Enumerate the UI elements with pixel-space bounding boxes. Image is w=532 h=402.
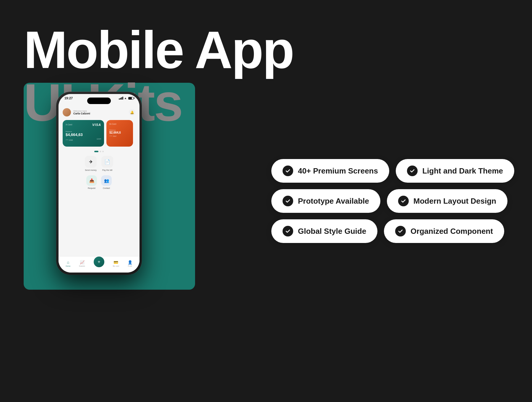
features-row-1: 40+ Premium Screens Light and Dark Theme	[271, 159, 514, 183]
statistic-icon: 📈	[80, 260, 85, 265]
check-icon-3	[283, 196, 293, 206]
pay-bill-icon: 📄	[101, 156, 113, 168]
feature-pill-prototype: Prototype Available	[271, 189, 380, 213]
nav-statistic[interactable]: 📈 Statistic	[79, 260, 85, 267]
nav-home[interactable]: ⌂ Home	[66, 260, 70, 267]
nav-center-button[interactable]: +	[94, 257, 104, 267]
profit-icon: 👤	[128, 260, 132, 265]
contact-request[interactable]: 📥 Request	[86, 175, 97, 189]
home-label: Home	[66, 265, 70, 267]
user-info: Welcome back Carla Calzoni	[63, 108, 90, 116]
bottom-nav: ⌂ Home 📈 Statistic + 💳 My card 👤 Prof	[59, 256, 140, 273]
user-name: Carla Calzoni	[73, 112, 90, 115]
card2-label: M-Card	[109, 123, 130, 125]
mycard-label: My card	[113, 265, 119, 267]
card-carousel: X-Card VISA Balance $4,664,63 **** 2468 …	[63, 120, 135, 147]
card-orange: M-Card Balance $2,664,6 **** 7897	[106, 120, 133, 147]
mycard-icon: 💳	[113, 260, 118, 265]
feature-pill-style-guide: Global Style Guide	[271, 219, 377, 243]
nav-profit[interactable]: 👤 Profit	[128, 260, 132, 267]
home-icon: ⌂	[67, 260, 69, 265]
feature-label-prototype: Prototype Available	[298, 197, 369, 206]
contact-icon: 👥	[101, 175, 112, 186]
carousel-dots	[63, 151, 135, 152]
main-container: Mobile App UI Kits 19:27	[0, 0, 532, 402]
card-teal: X-Card VISA Balance $4,664,63 **** 2468 …	[63, 120, 104, 147]
nav-mycard[interactable]: 💳 My card	[113, 260, 119, 267]
card1-amount: $4,664,63	[66, 132, 101, 137]
wifi-icon: ▲	[124, 97, 127, 100]
status-icons: ▲	[119, 97, 134, 100]
contacts-row: 📥 Request 👥 Contact	[63, 175, 135, 189]
action-send-money[interactable]: ✈ Send money	[85, 156, 97, 171]
send-money-label: Send money	[85, 169, 96, 171]
features-row-3: Global Style Guide Organized Component	[271, 219, 514, 243]
feature-label-style: Global Style Guide	[298, 227, 366, 236]
phone-outer: 19:27 ▲	[56, 92, 142, 275]
welcome-text: Welcome back	[73, 110, 90, 112]
app-header: Welcome back Carla Calzoni 🔔	[63, 108, 135, 116]
feature-label-light-dark: Light and Dark Theme	[422, 166, 503, 176]
request-label: Request	[88, 187, 95, 189]
profit-label: Profit	[128, 265, 132, 267]
feature-pill-light-dark: Light and Dark Theme	[396, 159, 514, 183]
app-content: Welcome back Carla Calzoni 🔔 X-Card VISA	[59, 94, 140, 273]
dot-1	[94, 151, 98, 152]
quick-actions: ✈ Send money 📄 Pay the bill	[63, 156, 135, 171]
check-icon-5	[283, 226, 293, 236]
contact-label: Contact	[103, 187, 110, 189]
feature-pill-modern-layout: Modern Layout Design	[387, 189, 507, 213]
contact-contact[interactable]: 👥 Contact	[101, 175, 112, 189]
feature-label-premium: 40+ Premium Screens	[298, 166, 378, 176]
status-time: 19:27	[64, 96, 73, 100]
dynamic-island	[87, 98, 111, 104]
check-icon-1	[283, 166, 293, 176]
dot-3	[102, 151, 104, 152]
action-pay-bill[interactable]: 📄 Pay the bill	[101, 156, 113, 171]
dot-2	[100, 151, 101, 152]
phone-mockup: 19:27 ▲	[56, 92, 142, 275]
battery-icon	[128, 97, 134, 100]
check-icon-6	[395, 226, 406, 236]
card1-label: X-Card	[66, 124, 72, 126]
pay-bill-label: Pay the bill	[102, 169, 112, 171]
card2-number: **** 7897	[109, 135, 130, 137]
features-row-2: Prototype Available Modern Layout Design	[271, 189, 514, 213]
card2-amount: $2,664,6	[109, 131, 130, 134]
user-text: Welcome back Carla Calzoni	[73, 110, 90, 115]
feature-label-modern: Modern Layout Design	[413, 197, 496, 206]
statistic-label: Statistic	[79, 265, 85, 267]
check-icon-4	[398, 196, 409, 206]
request-icon: 📥	[86, 175, 97, 186]
send-money-icon: ✈	[85, 156, 97, 168]
bell-button[interactable]: 🔔	[129, 109, 135, 116]
feature-label-organized: Organized Component	[411, 227, 493, 236]
card1-number: **** 2468	[66, 139, 73, 141]
phone-inner: 19:27 ▲	[59, 94, 140, 273]
card1-brand: VISA	[92, 123, 101, 127]
features-area: 40+ Premium Screens Light and Dark Theme	[271, 159, 514, 243]
avatar	[63, 108, 71, 116]
title-line1: Mobile App	[24, 24, 293, 76]
check-icon-2	[407, 166, 418, 176]
card1-expiry: 12/24	[97, 138, 101, 141]
feature-pill-premium-screens: 40+ Premium Screens	[271, 159, 389, 183]
feature-pill-organized: Organized Component	[384, 219, 504, 243]
